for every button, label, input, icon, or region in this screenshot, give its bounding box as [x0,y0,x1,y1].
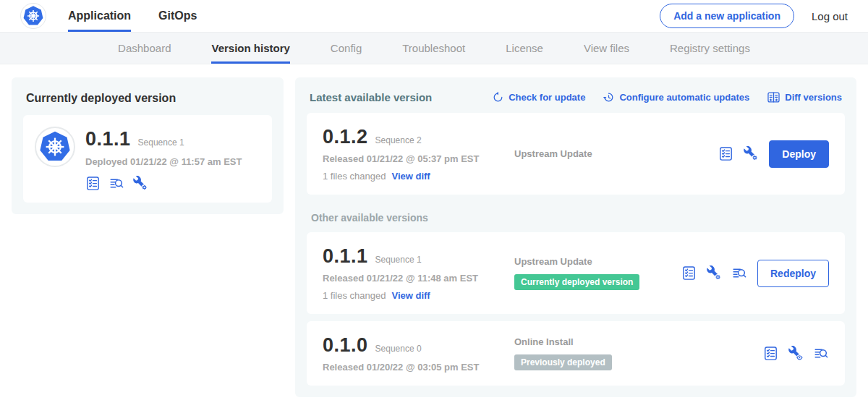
version-card-0-1-0: 0.1.0 Sequence 0 Released 01/20/22 @ 03:… [307,321,845,386]
version-number: 0.1.2 [323,126,368,148]
check-for-update-label: Check for update [509,92,585,103]
sequence-label: Sequence 2 [375,135,422,145]
source-label: Upstream Update [514,256,681,267]
diff-versions-label: Diff versions [785,92,842,103]
source-label: Online Install [514,336,763,347]
subnav-registry-settings[interactable]: Registry settings [670,33,750,64]
app-logo[interactable] [20,3,46,29]
nav-tab-application[interactable]: Application [68,0,131,32]
diff-icon [767,90,780,104]
top-navbar: Application GitOps Add a new application… [0,0,868,33]
configure-updates-link[interactable]: Configure automatic updates [603,91,749,103]
files-changed-label: 1 files changed [323,171,386,182]
released-timestamp: Released 01/20/22 @ 03:05 pm EST [323,362,514,373]
sequence-label: Sequence 1 [138,137,184,148]
navbar-right: Add a new application Log out [660,0,848,32]
currently-deployed-panel: Currently deployed version 0.1.1 Sequenc… [12,77,284,214]
deployed-panel-title: Currently deployed version [26,92,272,105]
version-info: 0.1.0 Sequence 0 Released 01/20/22 @ 03:… [323,334,514,373]
subnav-version-history[interactable]: Version history [211,33,289,64]
version-card-actions: Deploy [718,140,829,168]
deploy-logs-icon[interactable] [109,176,124,191]
released-timestamp: Released 01/21/22 @ 11:48 am EST [323,273,514,284]
subnav-config[interactable]: Config [331,33,362,64]
configure-updates-label: Configure automatic updates [619,92,749,103]
app-icon-badge [35,127,75,167]
view-config-icon[interactable] [788,346,804,361]
latest-version-header: Latest available version Check for updat… [310,90,842,104]
files-changed-label: 1 files changed [323,290,386,301]
edit-config-icon[interactable] [133,176,148,191]
release-notes-icon[interactable] [718,146,733,161]
refresh-icon [492,91,504,103]
release-notes-icon[interactable] [85,176,101,191]
sequence-label: Sequence 1 [375,255,422,265]
deploy-logs-icon[interactable] [814,346,829,361]
version-history-panel: Latest available version Check for updat… [295,77,856,397]
version-source: Upstream Update Currently deployed versi… [514,256,681,290]
redeploy-button[interactable]: Redeploy [757,260,829,287]
edit-config-icon[interactable] [707,265,722,281]
check-for-update-link[interactable]: Check for update [492,91,585,103]
view-diff-link[interactable]: View diff [391,171,430,182]
version-number: 0.1.0 [323,334,368,357]
version-number: 0.1.1 [85,128,131,150]
deploy-button[interactable]: Deploy [769,140,829,168]
subnav-troubleshoot[interactable]: Troubleshoot [402,33,465,64]
version-actions: Check for update Configure automatic upd… [492,90,842,104]
deployed-version-card: 0.1.1 Sequence 1 Deployed 01/21/22 @ 11:… [23,115,272,203]
kubernetes-icon [22,5,44,27]
version-card-0-1-1: 0.1.1 Sequence 1 Released 01/21/22 @ 11:… [307,232,845,314]
previously-deployed-badge: Previously deployed [514,354,612,370]
version-card-actions [763,346,829,361]
latest-version-title: Latest available version [310,91,432,103]
deployed-version-info: 0.1.1 Sequence 1 Deployed 01/21/22 @ 11:… [85,127,242,191]
release-notes-icon[interactable] [681,265,697,281]
view-diff-link[interactable]: View diff [391,290,430,301]
currently-deployed-badge: Currently deployed version [514,274,639,290]
version-info: 0.1.1 Sequence 1 Released 01/21/22 @ 11:… [323,245,514,301]
main-content: Currently deployed version 0.1.1 Sequenc… [0,64,868,397]
subnav-dashboard[interactable]: Dashboard [118,33,171,64]
version-info: 0.1.2 Sequence 2 Released 01/21/22 @ 05:… [323,126,514,182]
release-notes-icon[interactable] [763,346,778,361]
schedule-icon [603,91,615,103]
logout-button[interactable]: Log out [812,10,848,22]
version-card-0-1-2: 0.1.2 Sequence 2 Released 01/21/22 @ 05:… [307,113,845,195]
deployed-actions [85,176,242,191]
source-label: Upstream Update [514,148,718,159]
sequence-label: Sequence 0 [375,344,422,354]
deploy-logs-icon[interactable] [732,265,747,281]
kubernetes-icon [38,130,72,163]
version-card-actions: Redeploy [681,260,829,287]
version-source: Online Install Previously deployed [514,336,763,370]
subnav-license[interactable]: License [506,33,543,64]
app-subnav: Dashboard Version history Config Trouble… [0,33,868,64]
subnav-view-files[interactable]: View files [584,33,629,64]
edit-config-icon[interactable] [744,146,759,161]
diff-versions-link[interactable]: Diff versions [767,90,842,104]
deployed-timestamp: Deployed 01/21/22 @ 11:57 am EST [85,156,242,167]
released-timestamp: Released 01/21/22 @ 05:37 pm EST [323,153,514,164]
nav-tabs: Application GitOps [68,0,197,32]
other-versions-title: Other available versions [311,212,841,224]
version-number: 0.1.1 [323,245,368,268]
nav-tab-gitops[interactable]: GitOps [158,0,197,32]
add-application-button[interactable]: Add a new application [660,4,794,28]
version-source: Upstream Update [514,148,718,159]
